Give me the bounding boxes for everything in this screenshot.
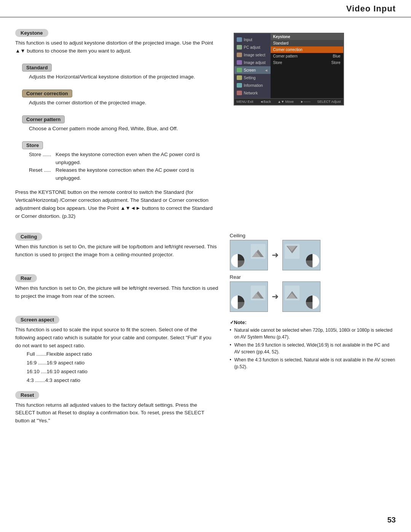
- osd-icon-information: [237, 83, 242, 88]
- ceiling-left: Ceiling When this function is set to On,…: [15, 233, 218, 270]
- store-line-1: Store ...... Keeps the keystone correcti…: [29, 151, 218, 167]
- osd-sidebar: Input PC adjust Image select Image: [234, 34, 271, 98]
- page-number: 53: [387, 516, 396, 524]
- rear-section: Rear When this function is set to On, th…: [15, 274, 396, 312]
- osd-item-input: Input: [234, 36, 271, 43]
- aspect-list: Full .......Flexible aspect ratio 16:9 .…: [15, 350, 218, 385]
- ceiling-section: Ceiling When this function is set to On,…: [15, 233, 396, 270]
- store-val: Keeps the keystone correction even when …: [56, 151, 218, 167]
- rear-left: Rear When this function is set to On, th…: [15, 274, 218, 312]
- osd-icon-screen: [237, 68, 242, 72]
- osd-title: Keystone: [271, 34, 343, 40]
- ceiling-diagram-label: Ceiling: [230, 233, 320, 238]
- store-block: Store Store ...... Keeps the keystone co…: [15, 139, 218, 183]
- ceiling-description: When this function is set to On, the pic…: [15, 243, 218, 259]
- osd-inner: Input PC adjust Image select Image: [234, 34, 343, 98]
- ceiling-label: Ceiling: [15, 233, 42, 241]
- osd-item-imageselect: Image select: [234, 51, 271, 59]
- osd-move: ▲▼ Move: [277, 100, 293, 104]
- left-column: Keystone This function is used to adjust…: [15, 29, 218, 227]
- standard-label: Standard: [22, 64, 52, 72]
- rear-block: Rear When this function is set to On, th…: [15, 274, 218, 300]
- ceiling-diagram-after: [282, 240, 320, 270]
- corner-pattern-block: Corner pattern Choose a Corner pattern m…: [15, 113, 218, 133]
- rear-right: Rear: [230, 274, 396, 312]
- osd-item-pcadjust: PC adjust: [234, 43, 271, 51]
- osd-menuitem-corner-pattern: Corner pattern Blue: [271, 53, 343, 59]
- osd-screenshot: Input PC adjust Image select Image: [234, 33, 344, 105]
- rear-diagram-before: [230, 281, 268, 312]
- aspect-169: 16:9 ......16:9 aspect ratio: [27, 359, 218, 367]
- osd-exit: MENU Exit: [237, 100, 253, 104]
- note-title: ✓Note:: [230, 320, 396, 325]
- store-label: Store: [22, 141, 43, 149]
- corner-correction-description: Adjusts the corner distortion of the pro…: [22, 99, 218, 107]
- press-note: Press the KEYSTONE button on the remote …: [15, 189, 218, 220]
- osd-menuitem-standard: Standard: [271, 40, 343, 46]
- keystone-block: Keystone This function is used to adjust…: [15, 29, 218, 55]
- osd-back: ◄Back: [260, 100, 271, 104]
- note-list: Natural wide cannot be selected when 720…: [230, 327, 396, 370]
- osd-icon-imageselect: [237, 53, 242, 57]
- standard-description: Adjusts the Horizontal/Vertical keystone…: [22, 73, 218, 81]
- keystone-section: Keystone This function is used to adjust…: [15, 29, 396, 227]
- screen-aspect-description: This function is used to scale the input…: [15, 326, 218, 350]
- osd-item-network: Network: [234, 89, 271, 97]
- store-key: Store ......: [29, 151, 56, 167]
- screen-aspect-block: Screen aspect This function is used to s…: [15, 316, 218, 385]
- bottom-left: Screen aspect This function is used to s…: [15, 316, 218, 431]
- reset-key: Reset .....: [29, 166, 56, 182]
- note-item-3: When the 4:3 function is selected, Natur…: [230, 356, 396, 370]
- osd-adjust: SELECT Adjust: [317, 100, 341, 104]
- osd-dashes: ►------: [300, 100, 311, 104]
- rear-diagram-container: ➜: [230, 281, 320, 312]
- osd-item-setting: Setting: [234, 74, 271, 81]
- note-item-1: Natural wide cannot be selected when 720…: [230, 327, 396, 340]
- osd-icon-pcadjust: [237, 45, 242, 50]
- ceiling-right: Ceiling: [230, 233, 396, 270]
- page-title: Video Input: [346, 4, 396, 14]
- corner-pattern-description: Choose a Corner pattern mode among Red, …: [22, 125, 218, 133]
- aspect-full: Full .......Flexible aspect ratio: [27, 350, 218, 359]
- press-note-block: Press the KEYSTONE button on the remote …: [15, 189, 218, 220]
- corner-correction-label: Corner correction: [22, 89, 72, 97]
- osd-menuitem-store: Store Store: [271, 59, 343, 66]
- rear-arrow: ➜: [272, 292, 279, 302]
- rear-diagram-label: Rear: [230, 274, 320, 280]
- osd-item-imageadjust: Image adjust: [234, 59, 271, 66]
- reset-label: Reset: [15, 391, 39, 399]
- osd-item-screen: Screen ◄: [234, 66, 271, 74]
- main-content: Keystone This function is used to adjust…: [0, 18, 411, 446]
- keystone-description: This function is used to adjust keystone…: [15, 39, 218, 55]
- bottom-right: ✓Note: Natural wide cannot be selected w…: [230, 316, 396, 431]
- aspect-1610: 16:10 ....16:10 aspect ratio: [27, 367, 218, 376]
- corner-correction-block: Corner correction Adjusts the corner dis…: [15, 87, 218, 107]
- store-lines: Store ...... Keeps the keystone correcti…: [22, 151, 218, 183]
- osd-icon-network: [237, 91, 242, 95]
- screen-aspect-label: Screen aspect: [15, 316, 59, 324]
- ceiling-arrow: ➜: [272, 250, 279, 260]
- osd-icon-setting: [237, 75, 242, 80]
- osd-item-information: Information: [234, 81, 271, 89]
- ceiling-diagram-before: [230, 240, 268, 270]
- corner-pattern-label: Corner pattern: [22, 115, 65, 123]
- rear-diagram-after: [282, 281, 320, 312]
- ceiling-diagram-area: Ceiling: [230, 233, 320, 270]
- osd-footer: MENU Exit ◄Back ▲▼ Move ►------ SELECT A…: [234, 98, 343, 105]
- osd-icon-imageadjust: [237, 60, 242, 65]
- osd-main: Keystone Standard Corner correction Corn…: [271, 34, 343, 98]
- rear-description: When this function is set to On, the pic…: [15, 284, 218, 300]
- osd-icon-input: [237, 37, 242, 42]
- ceiling-block: Ceiling When this function is set to On,…: [15, 233, 218, 259]
- page-header: Video Input: [0, 0, 411, 18]
- ceiling-diagram-container: ➜: [230, 240, 320, 270]
- note-item-2: When the 16:9 function is selected, Wide…: [230, 342, 396, 355]
- right-column-top: Input PC adjust Image select Image: [230, 29, 396, 227]
- osd-menuitem-corner-correction: Corner correction: [271, 46, 343, 53]
- reset-block: Reset This function returns all adjusted…: [15, 391, 218, 425]
- reset-val: Releases the keystone correction when th…: [56, 166, 218, 182]
- aspect-43: 4:3 .......4:3 aspect ratio: [27, 376, 218, 385]
- note-box: ✓Note: Natural wide cannot be selected w…: [230, 320, 396, 370]
- reset-description: This function returns all adjusted value…: [15, 401, 218, 425]
- rear-diagram-area: Rear: [230, 274, 320, 312]
